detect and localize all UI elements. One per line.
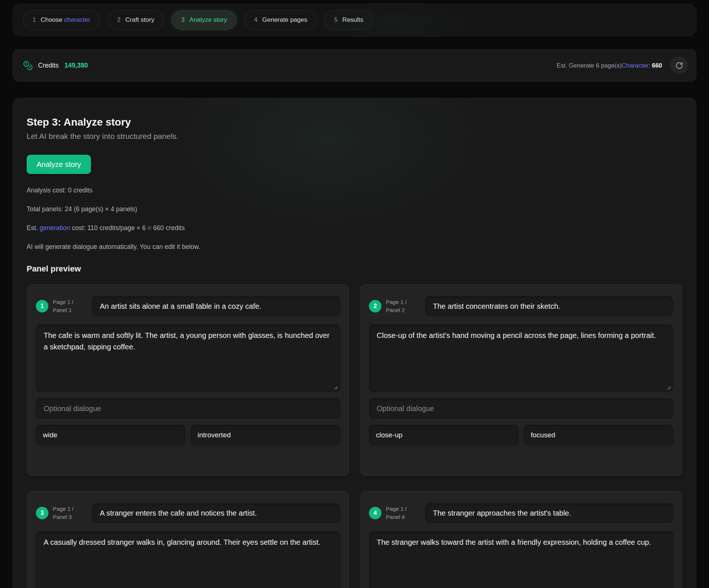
page: 1 Choose character 2 Craft story 3 Analy…: [0, 0, 709, 588]
panel-description-textarea[interactable]: The stranger walks toward the artist wit…: [369, 531, 673, 588]
step-label: Generate pages: [262, 16, 307, 24]
character-link[interactable]: Character: [622, 62, 648, 69]
page-panel-label: Page 1 /Panel 4: [386, 505, 421, 521]
panel-title-input[interactable]: [92, 503, 340, 523]
step-label: Craft story: [125, 16, 154, 24]
panel-number-badge: 4: [369, 507, 381, 519]
panel-number-badge: 1: [36, 300, 48, 312]
step-choose-character[interactable]: 1 Choose character: [23, 10, 100, 30]
stepper-bar: 1 Choose character 2 Craft story 3 Analy…: [13, 4, 696, 36]
panel-number-badge: 2: [369, 300, 381, 312]
panel-preview-heading: Panel preview: [27, 264, 682, 274]
panel-shot-input[interactable]: [369, 425, 519, 445]
generation-link[interactable]: generation: [40, 224, 70, 232]
step-label: Analyze story: [189, 16, 227, 24]
panel-card-3: 3 Page 1 /Panel 3 A casually dressed str…: [27, 491, 349, 588]
panel-description-textarea[interactable]: A casually dressed stranger walks in, gl…: [36, 531, 340, 588]
step-results[interactable]: 5 Results: [325, 10, 373, 30]
panel-description-wrap: The cafe is warm and softly lit. The art…: [36, 324, 340, 392]
panel-header: 2 Page 1 /Panel 2: [369, 296, 673, 316]
panel-title-input[interactable]: [425, 503, 673, 523]
page-subtitle: Let AI break the story into structured p…: [27, 132, 682, 141]
est-generation-cost-text: Est. generation cost: 110 credits/page ×…: [27, 224, 682, 232]
resize-handle-icon[interactable]: [666, 385, 671, 390]
step-generate-pages[interactable]: 4 Generate pages: [244, 10, 317, 30]
panel-title-input[interactable]: [425, 296, 673, 316]
panel-number-badge: 3: [36, 507, 48, 519]
panel-shot-input[interactable]: [36, 425, 186, 445]
step-number: 4: [254, 17, 257, 23]
panel-attrs-row: [36, 425, 340, 445]
panel-description-wrap: The stranger walks toward the artist wit…: [369, 531, 673, 588]
page-panel-label: Page 1 /Panel 2: [386, 298, 421, 314]
step-label: Choose character: [41, 16, 90, 24]
analyze-story-card: Step 3: Analyze story Let AI break the s…: [13, 98, 696, 588]
panel-mood-input[interactable]: [191, 425, 340, 445]
panel-dialogue-input[interactable]: [36, 398, 340, 419]
est-generate-label: Est. Generate 6 page(s): [557, 62, 622, 69]
panel-description-textarea[interactable]: Close-up of the artist’s hand moving a p…: [369, 324, 673, 392]
step-label: Results: [342, 16, 363, 24]
step-number: 5: [334, 17, 337, 23]
panel-card-1: 1 Page 1 /Panel 1 The cafe is warm and s…: [27, 284, 349, 476]
step-craft-story[interactable]: 2 Craft story: [108, 10, 164, 30]
character-separator: :: [648, 62, 650, 69]
page-title: Step 3: Analyze story: [27, 116, 682, 128]
refresh-icon: [675, 62, 683, 69]
panel-dialogue-input[interactable]: [369, 398, 673, 419]
credits-bar: Credits 149,380 Est. Generate 6 page(s)C…: [13, 49, 696, 82]
character-cost-value: 660: [652, 62, 662, 69]
panel-attrs-row: [369, 425, 673, 445]
panel-title-input[interactable]: [92, 296, 340, 316]
step-number: 3: [181, 17, 184, 23]
analysis-cost-text: Analysis cost: 0 credits: [27, 187, 682, 194]
page-panel-label: Page 1 /Panel 1: [53, 298, 88, 314]
step-label-accent: character: [64, 16, 90, 23]
credits-right-summary: Est. Generate 6 page(s)Character: 660: [557, 57, 688, 74]
panel-header: 3 Page 1 /Panel 3: [36, 503, 340, 523]
analyze-story-button[interactable]: Analyze story: [27, 155, 91, 174]
resize-handle-icon[interactable]: [333, 385, 338, 390]
panel-header: 1 Page 1 /Panel 1: [36, 296, 340, 316]
panel-description-wrap: Close-up of the artist’s hand moving a p…: [369, 324, 673, 392]
page-panel-label: Page 1 /Panel 3: [53, 505, 88, 521]
panel-card-4: 4 Page 1 /Panel 4 The stranger walks tow…: [360, 491, 682, 588]
panel-grid: 1 Page 1 /Panel 1 The cafe is warm and s…: [27, 284, 682, 588]
credits-value: 149,380: [64, 62, 88, 69]
dialogue-note-text: AI will generate dialogue automatically.…: [27, 243, 682, 251]
credits-label: Credits: [38, 62, 58, 69]
panel-mood-input[interactable]: [524, 425, 674, 445]
coins-icon: [23, 61, 33, 71]
step-number: 1: [33, 17, 36, 23]
step-analyze-story[interactable]: 3 Analyze story: [172, 10, 237, 30]
panel-description-textarea[interactable]: The cafe is warm and softly lit. The art…: [36, 324, 340, 392]
panel-description-wrap: A casually dressed stranger walks in, gl…: [36, 531, 340, 588]
panel-header: 4 Page 1 /Panel 4: [369, 503, 673, 523]
refresh-button[interactable]: [670, 57, 688, 74]
step-number: 2: [117, 17, 121, 23]
panel-card-2: 2 Page 1 /Panel 2 Close-up of the artist…: [360, 284, 682, 476]
total-panels-text: Total panels: 24 (6 page(s) × 4 panels): [27, 205, 682, 213]
